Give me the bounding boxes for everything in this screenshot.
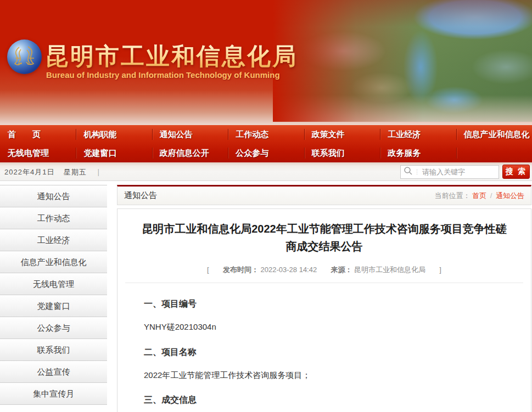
search-icon xyxy=(404,166,413,178)
sidebar-item-contact-us[interactable]: 联系我们 xyxy=(0,339,107,361)
nav-item-contact-us[interactable]: 联系我们 xyxy=(304,144,380,162)
sidebar-item-publicity-month[interactable]: 集中宣传月 xyxy=(0,383,107,405)
nav-item-radio-mgmt[interactable]: 无线电管理 xyxy=(0,144,76,162)
breadcrumb-home-link[interactable]: 首页 xyxy=(472,191,486,200)
site-subtitle: Bureau of Industry and Information Techn… xyxy=(46,70,280,80)
search-input[interactable] xyxy=(422,168,496,176)
section-heading-deal-info: 三、成交信息 xyxy=(144,394,505,406)
nav-item-info-industry[interactable]: 信息产业和信息化 xyxy=(456,125,532,144)
section-title: 通知公告 xyxy=(124,190,157,201)
site-title: 昆明市工业和信息化局 xyxy=(45,41,298,72)
source-label: 来源： xyxy=(331,266,352,274)
site-header: 昆明市工业和信息化局 Bureau of Industry and Inform… xyxy=(0,0,532,125)
breadcrumb-separator: / xyxy=(490,191,492,200)
nav-item-work-news[interactable]: 工作动态 xyxy=(228,125,304,144)
sidebar-item-party-window[interactable]: 党建窗口 xyxy=(0,295,107,317)
meta-close-bracket: ] xyxy=(439,266,441,274)
topbar: 2022年4月1日 星期五 ｜ ⋮ 搜 索 xyxy=(0,162,532,181)
sidebar-item-public-welfare[interactable]: 公益宣传 xyxy=(0,361,107,383)
sidebar-item-radio-mgmt[interactable]: 无线电管理 xyxy=(0,273,107,295)
nav-item-gov-services[interactable]: 政务服务 xyxy=(380,144,456,162)
sidebar-item-work-news[interactable]: 工作动态 xyxy=(0,207,107,229)
project-number-value: YNHY磋20210304n xyxy=(144,321,505,334)
breadcrumb-current-link[interactable]: 通知公告 xyxy=(496,191,524,200)
sidebar: 通知公告 工作动态 工业经济 信息产业和信息化 无线电管理 党建窗口 公众参与 … xyxy=(0,185,107,405)
breadcrumb: 当前位置： 首页 / 通知公告 xyxy=(435,191,525,201)
weekday-value: 星期五 xyxy=(64,168,87,176)
search-area: ⋮ 搜 索 xyxy=(400,165,530,179)
sidebar-item-public-participation[interactable]: 公众参与 xyxy=(0,317,107,339)
section-heading-project-name: 二、项目名称 xyxy=(144,347,505,358)
main-nav: 首 页 机构职能 通知公告 工作动态 政策文件 工业经济 信息产业和信息化 无线… xyxy=(0,125,532,162)
publish-time-value: 2022-03-28 14:42 xyxy=(261,266,317,274)
nav-item-notices[interactable]: 通知公告 xyxy=(152,125,228,144)
sidebar-item-industry-economy[interactable]: 工业经济 xyxy=(0,229,107,251)
sidebar-item-notices[interactable]: 通知公告 xyxy=(0,185,107,207)
breadcrumb-location-label: 当前位置： xyxy=(435,191,471,200)
nav-item-home[interactable]: 首 页 xyxy=(0,125,76,144)
date-divider: ｜ xyxy=(95,168,103,176)
breadcrumb-bar: 通知公告 当前位置： 首页 / 通知公告 xyxy=(117,185,531,205)
nav-item-industry-economy[interactable]: 工业经济 xyxy=(380,125,456,144)
source-value: 昆明市工业和信息化局 xyxy=(354,266,425,274)
article-box: 昆明市工业和信息化局2022年工业节能管理工作技术咨询服务项目竞争性磋商成交结果… xyxy=(117,208,531,412)
page: 昆明市工业和信息化局 Bureau of Industry and Inform… xyxy=(0,0,532,412)
section-heading-project-number: 一、项目编号 xyxy=(144,298,505,310)
search-box[interactable]: ⋮ xyxy=(400,165,499,179)
article-body: 一、项目编号 YNHY磋20210304n 二、项目名称 2022年工业节能管理… xyxy=(117,283,531,412)
nav-item-org-functions[interactable]: 机构职能 xyxy=(76,125,152,144)
content-area: 通知公告 当前位置： 首页 / 通知公告 昆明市工业和信息化局2022年工业节能… xyxy=(117,185,531,412)
search-divider-dots: ⋮ xyxy=(414,168,420,176)
nav-item-policy-docs[interactable]: 政策文件 xyxy=(304,125,380,144)
article-title: 昆明市工业和信息化局2022年工业节能管理工作技术咨询服务项目竞争性磋商成交结果… xyxy=(138,220,510,255)
nav-item-party-window[interactable]: 党建窗口 xyxy=(76,144,152,162)
publish-time-label: 发布时间： xyxy=(223,266,259,274)
nav-item-public-participation[interactable]: 公众参与 xyxy=(228,144,304,162)
main-area: 通知公告 工作动态 工业经济 信息产业和信息化 无线电管理 党建窗口 公众参与 … xyxy=(0,181,532,412)
date-text: 2022年4月1日 星期五 ｜ xyxy=(4,167,102,177)
date-value: 2022年4月1日 xyxy=(4,168,54,176)
nav-item-gov-info-disclosure[interactable]: 政府信息公开 xyxy=(152,144,228,162)
nav-item-empty xyxy=(456,144,532,162)
header-city-image xyxy=(273,0,532,122)
sidebar-item-info-industry[interactable]: 信息产业和信息化 xyxy=(0,251,107,273)
meta-open-bracket: [ xyxy=(207,266,209,274)
article-meta: [ 发布时间： 2022-03-28 14:42 来源： 昆明市工业和信息化局 … xyxy=(125,265,523,283)
site-logo[interactable] xyxy=(7,39,42,74)
project-name-value: 2022年工业节能管理工作技术咨询服务项目； xyxy=(144,369,505,382)
search-button[interactable]: 搜 索 xyxy=(502,165,530,179)
